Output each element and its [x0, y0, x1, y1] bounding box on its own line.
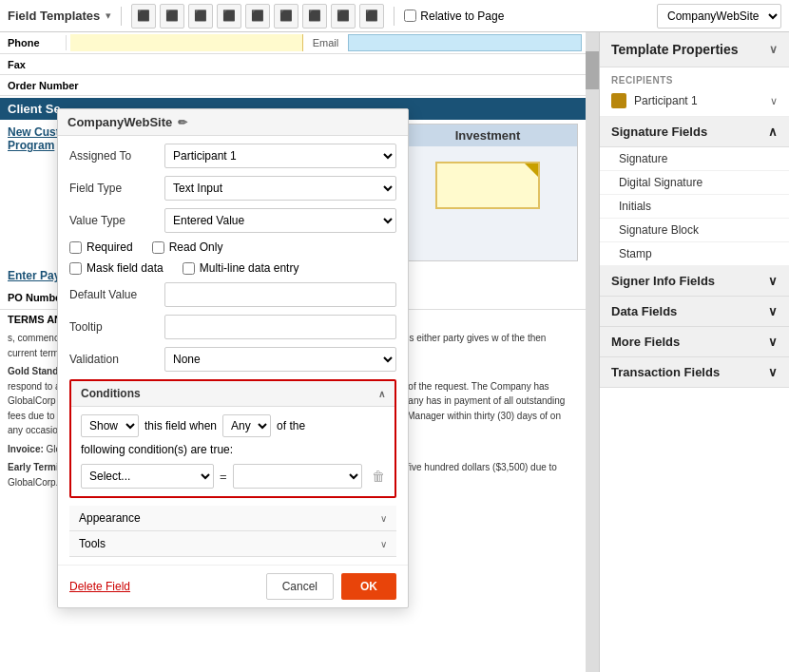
read-only-checkbox[interactable] [152, 241, 164, 254]
signature-fields-header[interactable]: Signature Fields ∧ [600, 117, 789, 147]
show-hide-select[interactable]: Show Hide [81, 414, 139, 437]
document-area: Phone Email Fax Order Number Client Se N… [0, 32, 599, 672]
align-top-icon[interactable]: ⬛ [217, 4, 241, 29]
popup-container: CompanyWebSite ✏ Assigned To Participant… [57, 108, 409, 608]
checkboxes-row-2: Mask field data Multi-line data entry [69, 261, 396, 275]
tooltip-input[interactable] [164, 315, 396, 339]
toolbar-chevron[interactable]: ▾ [106, 10, 111, 22]
ok-button[interactable]: OK [341, 573, 396, 600]
edit-icon[interactable]: ✏ [178, 116, 187, 129]
conditions-header[interactable]: Conditions ∧ [71, 381, 394, 407]
popup-footer: Delete Field Cancel OK [58, 565, 408, 607]
transaction-fields-chevron[interactable]: ∨ [768, 365, 778, 379]
sig-item-stamp[interactable]: Stamp [600, 242, 789, 266]
any-all-select[interactable]: Any All [222, 414, 271, 437]
relative-page-checkbox[interactable] [404, 10, 416, 22]
following-text: following condition(s) are true: [81, 443, 233, 456]
popup-company-name: CompanyWebSite [67, 115, 172, 129]
email-field[interactable] [348, 34, 582, 51]
popup-body: Assigned To Participant 1 Field Type Tex… [58, 136, 408, 565]
align-right-icon[interactable]: ⬛ [188, 4, 213, 29]
tooltip-label: Tooltip [69, 320, 164, 334]
relative-page-label[interactable]: Relative to Page [420, 10, 504, 23]
align-middle-icon[interactable]: ⬛ [245, 4, 270, 29]
tools-chevron: ∨ [380, 539, 387, 549]
validation-label: Validation [69, 353, 164, 366]
signer-info-chevron[interactable]: ∨ [768, 274, 778, 288]
recipients-label: RECIPIENTS [600, 67, 789, 89]
template-properties-title: Template Properties [611, 42, 739, 57]
sig-item-signature[interactable]: Signature [600, 147, 789, 171]
field-type-select[interactable]: Text Input [164, 176, 396, 201]
scroll-thumb[interactable] [586, 51, 599, 89]
participant-row: Participant 1 ∨ [600, 89, 789, 117]
site-selector[interactable]: CompanyWebSite [657, 4, 781, 29]
signature-fields-chevron[interactable]: ∧ [768, 125, 778, 139]
template-properties-header: Template Properties ∨ [600, 32, 789, 67]
tools-label: Tools [79, 537, 106, 550]
align-center-h-icon[interactable]: ⬛ [160, 4, 184, 29]
conditions-collapse-icon[interactable]: ∧ [378, 389, 385, 399]
tooltip-row: Tooltip [69, 315, 396, 339]
conditions-title: Conditions [81, 387, 141, 400]
validation-select[interactable]: None [164, 347, 396, 372]
conditions-value-select[interactable] [233, 464, 362, 489]
data-fields-title: Data Fields [611, 304, 677, 318]
delete-condition-icon[interactable]: 🗑 [372, 469, 385, 484]
read-only-checkbox-label[interactable]: Read Only [152, 240, 223, 254]
phone-label: Phone [0, 35, 67, 50]
default-value-input[interactable] [164, 282, 396, 307]
phone-field[interactable] [70, 34, 303, 51]
signer-info-header[interactable]: Signer Info Fields ∨ [600, 266, 789, 297]
order-row: Order Number [0, 75, 586, 96]
transaction-fields-header[interactable]: Transaction Fields ∨ [600, 357, 789, 388]
conditions-field-select[interactable]: Select... [81, 464, 214, 489]
appearance-label: Appearance [79, 511, 141, 525]
field-type-label: Field Type [69, 182, 164, 195]
data-fields-chevron[interactable]: ∨ [768, 304, 778, 318]
mask-field-checkbox-label[interactable]: Mask field data [69, 261, 164, 275]
appearance-header[interactable]: Appearance ∨ [69, 506, 396, 530]
participant-chevron[interactable]: ∨ [770, 95, 778, 107]
more-fields-header[interactable]: More Fields ∨ [600, 327, 789, 357]
value-type-label: Value Type [69, 214, 164, 227]
toolbar-label: Field Templates [8, 9, 100, 23]
field-type-row: Field Type Text Input [69, 176, 396, 201]
align-bottom-icon[interactable]: ⬛ [274, 4, 298, 29]
fax-label: Fax [0, 57, 67, 72]
required-checkbox[interactable] [69, 241, 82, 254]
email-label: Email [307, 35, 345, 50]
read-only-label: Read Only [169, 240, 223, 254]
value-type-row: Value Type Entered Value [69, 208, 396, 233]
mask-field-checkbox[interactable] [69, 262, 82, 275]
assigned-to-select[interactable]: Participant 1 [164, 144, 396, 168]
sig-item-signature-block[interactable]: Signature Block [600, 219, 789, 242]
multi-line-checkbox[interactable] [183, 262, 195, 275]
align-left-icon[interactable]: ⬛ [131, 4, 156, 29]
more-fields-chevron[interactable]: ∨ [768, 335, 778, 349]
value-type-select[interactable]: Entered Value [164, 208, 396, 233]
sig-item-digital-signature[interactable]: Digital Signature [600, 171, 789, 195]
conditions-line-1: Show Hide this field when Any All of the [81, 414, 385, 437]
order-label: Order Number [0, 78, 87, 93]
investment-box: Investment [397, 124, 578, 261]
distribute-v-icon[interactable]: ⬛ [331, 4, 356, 29]
resize-icon[interactable]: ⬛ [359, 4, 384, 29]
required-label: Required [87, 240, 133, 254]
investment-field[interactable] [435, 162, 540, 209]
distribute-h-icon[interactable]: ⬛ [302, 4, 327, 29]
of-the-text: of the [277, 419, 305, 432]
tools-header[interactable]: Tools ∨ [69, 531, 396, 556]
required-checkbox-label[interactable]: Required [69, 240, 133, 254]
multi-line-checkbox-label[interactable]: Multi-line data entry [183, 261, 299, 275]
cancel-button[interactable]: Cancel [266, 573, 334, 600]
vertical-scrollbar[interactable] [586, 32, 599, 672]
data-fields-header[interactable]: Data Fields ∨ [600, 297, 789, 327]
panel-chevron[interactable]: ∨ [769, 43, 778, 56]
sig-item-initials[interactable]: Initials [600, 195, 789, 219]
toolbar-icon-group: ⬛ ⬛ ⬛ ⬛ ⬛ ⬛ ⬛ ⬛ ⬛ [131, 4, 384, 29]
checkboxes-row-1: Required Read Only [69, 240, 396, 254]
this-field-when-text: this field when [144, 419, 217, 432]
delete-field-button[interactable]: Delete Field [69, 580, 130, 593]
toolbar: Field Templates ▾ ⬛ ⬛ ⬛ ⬛ ⬛ ⬛ ⬛ ⬛ ⬛ Rela… [0, 0, 789, 32]
